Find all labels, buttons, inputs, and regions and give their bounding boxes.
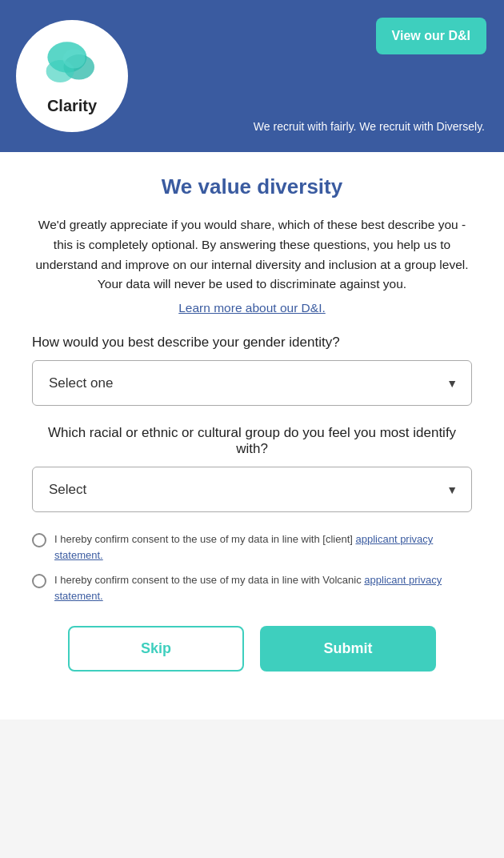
logo-text: Clarity xyxy=(47,97,97,115)
header: Clarity View our D&I We recruit with fai… xyxy=(0,0,504,152)
ethnicity-question-label: Which racial or ethnic or cultural group… xyxy=(32,425,472,457)
ethnicity-select[interactable]: Select Asian Black Hispanic/Latino White… xyxy=(32,467,472,512)
consent-radio-1[interactable] xyxy=(32,533,46,547)
view-di-button[interactable]: View our D&I xyxy=(376,18,486,54)
gender-select-wrapper: Select one Male Female Non-binary Prefer… xyxy=(32,360,472,406)
main-content: We value diversity We'd greatly apprecia… xyxy=(0,152,504,704)
skip-button[interactable]: Skip xyxy=(68,626,244,672)
ethnicity-select-wrapper: Select Asian Black Hispanic/Latino White… xyxy=(32,467,472,512)
gender-question-label: How would you best describe your gender … xyxy=(32,335,472,351)
clarity-logo-icon xyxy=(40,38,104,94)
consent-radio-2[interactable] xyxy=(32,574,46,588)
logo-circle: Clarity xyxy=(16,20,128,132)
logo-container: Clarity xyxy=(16,20,128,132)
page-title: We value diversity xyxy=(32,174,472,199)
submit-button[interactable]: Submit xyxy=(260,626,436,672)
description-text: We'd greatly appreciate if you would sha… xyxy=(32,215,472,295)
consent-text-1: I hereby confirm consent to the use of m… xyxy=(54,531,472,563)
header-tagline: We recruit with fairly. We recruit with … xyxy=(254,120,485,136)
learn-more-link[interactable]: Learn more about our D&I. xyxy=(32,301,472,315)
consent-item-2: I hereby confirm consent to the use of m… xyxy=(32,572,472,603)
consent-text-2: I hereby confirm consent to the use of m… xyxy=(54,572,472,603)
bottom-padding xyxy=(0,704,504,720)
gender-select[interactable]: Select one Male Female Non-binary Prefer… xyxy=(32,360,472,406)
consent-item-1: I hereby confirm consent to the use of m… xyxy=(32,531,472,563)
consent-section: I hereby confirm consent to the use of m… xyxy=(32,531,472,603)
svg-point-3 xyxy=(63,49,86,69)
button-row: Skip Submit xyxy=(32,626,472,672)
